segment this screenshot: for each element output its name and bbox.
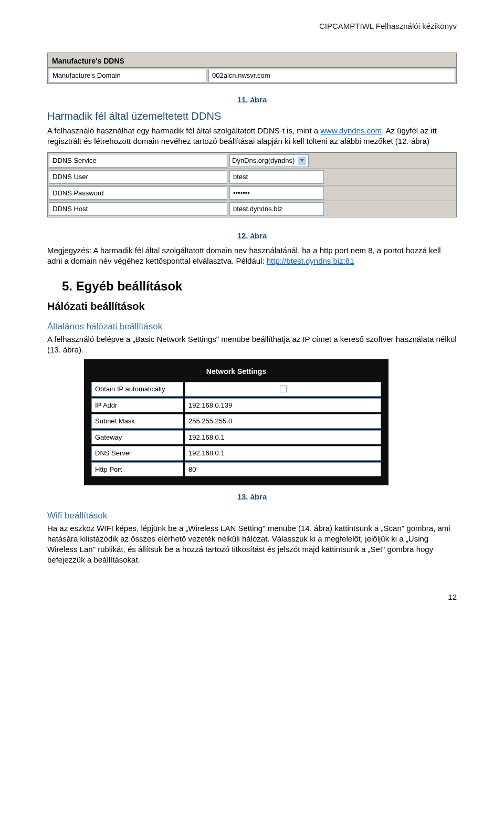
table-row: DDNS User btest xyxy=(48,169,456,185)
text: A felhasználó használhat egy harmadik fé… xyxy=(47,126,320,135)
page-number: 12 xyxy=(47,592,457,602)
obtain-ip-label: Obtain IP automatically xyxy=(91,382,183,397)
heading-section-5: 5. Egyéb beállítások xyxy=(47,278,457,295)
ddns-domain-label: Manufacture's Domain xyxy=(49,69,206,82)
table-row: DNS Server 192.168.0.1 xyxy=(91,446,381,461)
figure-caption-13: 13. ábra xyxy=(47,492,457,502)
ddns-host-input[interactable]: btest.dyndns.biz xyxy=(229,202,324,216)
chevron-down-icon xyxy=(298,157,306,165)
figure-caption-11: 11. ábra xyxy=(47,95,457,105)
ddns-host-label: DDNS Host xyxy=(49,202,227,216)
heading-third-party-ddns: Harmadik fél által üzemeltetett DDNS xyxy=(47,109,457,123)
table-row: Subnet Mask 255.255.255.0 xyxy=(91,414,381,429)
paragraph: A felhasználó használhat egy harmadik fé… xyxy=(47,126,457,147)
obtain-ip-checkbox[interactable] xyxy=(280,386,287,392)
table-row: Http Port 80 xyxy=(91,462,381,477)
heading-network-settings: Hálózati beállítások xyxy=(47,299,457,314)
gateway-input[interactable]: 192.168.0.1 xyxy=(185,430,381,445)
ddns-password-input[interactable]: ••••••• xyxy=(229,186,324,200)
ddns-form-panel: DDNS Service DynDns.org(dyndns) DDNS Use… xyxy=(47,152,457,217)
ip-addr-input[interactable]: 192.168.0.139 xyxy=(185,398,381,413)
table-row: Manufacture's Domain 002alcn.nwsvr.com xyxy=(48,67,456,84)
ddns-user-label: DDNS User xyxy=(49,170,227,184)
gateway-label: Gateway xyxy=(91,430,183,445)
dns-server-label: DNS Server xyxy=(91,446,183,461)
ddns-service-select[interactable]: DynDns.org(dyndns) xyxy=(229,154,309,167)
text: Megjegyzés: A harmadik fél által szolgál… xyxy=(47,246,441,265)
table-row: DDNS Service DynDns.org(dyndns) xyxy=(48,152,456,169)
ddns-service-label: DDNS Service xyxy=(49,154,227,168)
paragraph-wifi: Ha az eszköz WIFI képes, lépjünk be a „W… xyxy=(47,523,457,566)
doc-header: CIPCAMPTIWL Felhasználói kézikönyv xyxy=(47,21,457,32)
paragraph: A felhasználó belépve a „Basic Network S… xyxy=(47,334,457,356)
ddns-password-label: DDNS Password xyxy=(49,186,227,200)
subnet-mask-input[interactable]: 255.255.255.0 xyxy=(185,414,381,429)
heading-general-network: Általános hálózati beállítások xyxy=(47,321,457,333)
table-row: DDNS Host btest.dyndns.biz xyxy=(48,201,456,217)
paragraph-note: Megjegyzés: A harmadik fél által szolgál… xyxy=(47,245,457,267)
subnet-mask-label: Subnet Mask xyxy=(91,414,183,429)
http-port-label: Http Port xyxy=(91,462,183,477)
dyndns-link[interactable]: www.dyndns.com xyxy=(320,126,382,135)
table-row: Obtain IP automatically xyxy=(91,382,381,397)
example-url-link[interactable]: http://btest.dyndns.biz:81 xyxy=(267,256,354,265)
figure-caption-12: 12. ábra xyxy=(47,231,457,241)
table-row: DDNS Password ••••••• xyxy=(48,185,456,201)
ddns-user-input[interactable]: btest xyxy=(229,170,324,184)
table-row: IP Addr 192.168.0.139 xyxy=(91,398,381,413)
heading-wifi-settings: Wifi beállítások xyxy=(47,510,457,522)
http-port-input[interactable]: 80 xyxy=(185,462,381,477)
ddns-domain-value[interactable]: 002alcn.nwsvr.com xyxy=(208,69,455,82)
table-row: Gateway 192.168.0.1 xyxy=(91,430,381,445)
select-value: DynDns.org(dyndns) xyxy=(232,156,295,165)
network-settings-panel: Network Settings Obtain IP automatically… xyxy=(84,359,388,485)
panel-title: Network Settings xyxy=(91,367,381,377)
panel-title: Manufacture's DDNS xyxy=(48,53,456,67)
manufacture-ddns-panel: Manufacture's DDNS Manufacture's Domain … xyxy=(47,53,457,84)
ip-addr-label: IP Addr xyxy=(91,398,183,413)
dns-server-input[interactable]: 192.168.0.1 xyxy=(185,446,381,461)
